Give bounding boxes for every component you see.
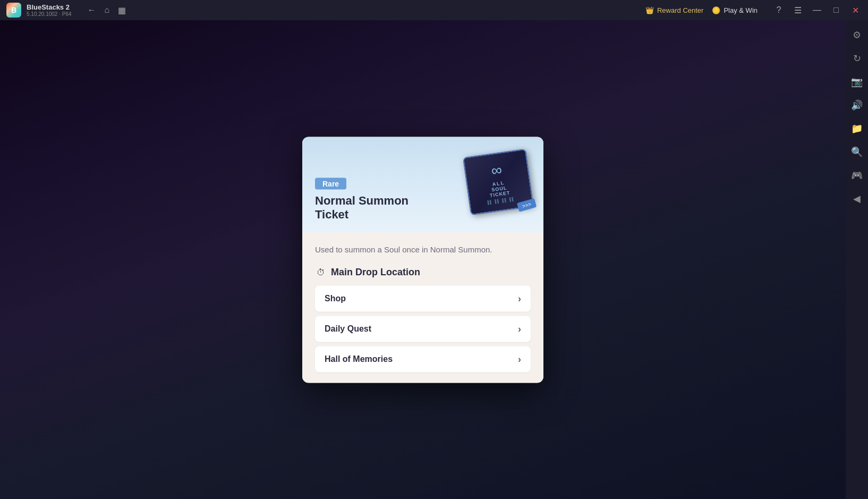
home-icon[interactable]: ⌂ (105, 5, 110, 15)
sidebar-icon-folder[interactable]: 📁 (847, 119, 866, 138)
titlebar-right: 👑 Reward Center 🪙 Play & Win ? ☰ — □ ✕ (645, 4, 862, 16)
ticket-visual: ∞ ALL SOUL TICKET ▐▌▐▌▐▌▐▌ >>> (463, 148, 534, 215)
reward-center-button[interactable]: 👑 Reward Center (645, 6, 703, 14)
titlebar-nav: ← ⌂ ▦ (88, 5, 126, 15)
coin-icon: 🪙 (712, 6, 720, 14)
timer-icon: ⏱ (315, 266, 327, 278)
app-title-group: BlueStacks 2 5.10.20.1002 · P64 (27, 3, 72, 17)
daily-quest-chevron-icon: › (518, 323, 521, 334)
location-item-hall-of-memories[interactable]: Hall of Memories › (315, 346, 531, 372)
sidebar-icon-volume[interactable]: 🔊 (847, 96, 866, 115)
bluestacks-logo: B (6, 3, 21, 18)
menu-button[interactable]: ☰ (792, 4, 804, 16)
back-icon[interactable]: ← (88, 5, 96, 15)
game-area: ∞ ALL SOUL TICKET ▐▌▐▌▐▌▐▌ >>> Rare Norm… (0, 20, 846, 499)
sidebar-icon-rotate[interactable]: ↻ (847, 49, 866, 68)
reward-center-label: Reward Center (657, 6, 703, 14)
modal-header: ∞ ALL SOUL TICKET ▐▌▐▌▐▌▐▌ >>> Rare Norm… (302, 137, 543, 232)
location-item-daily-quest[interactable]: Daily Quest › (315, 316, 531, 342)
sidebar-icon-settings[interactable]: ⚙ (847, 26, 866, 45)
daily-quest-label: Daily Quest (325, 324, 371, 334)
ticket-logo-icon: ∞ (490, 160, 503, 179)
minimize-button[interactable]: — (811, 4, 823, 16)
drop-location-title: Main Drop Location (331, 267, 420, 278)
modal-body: Used to summon a Soul once in Normal Sum… (302, 232, 543, 383)
item-description: Used to summon a Soul once in Normal Sum… (315, 243, 531, 256)
hall-of-memories-label: Hall of Memories (325, 354, 393, 364)
close-button[interactable]: ✕ (849, 4, 862, 16)
shop-label: Shop (325, 294, 346, 303)
hall-of-memories-chevron-icon: › (518, 353, 521, 365)
crown-icon: 👑 (645, 6, 654, 14)
titlebar: B BlueStacks 2 5.10.20.1002 · P64 ← ⌂ ▦ … (0, 0, 868, 20)
rarity-badge: Rare (315, 177, 346, 189)
app-name: BlueStacks 2 (27, 3, 72, 11)
sidebar-icon-expand[interactable]: ◀ (847, 189, 866, 208)
help-button[interactable]: ? (772, 4, 785, 16)
tabs-icon[interactable]: ▦ (118, 5, 126, 15)
window-controls: ? ☰ — □ ✕ (772, 4, 862, 16)
play-win-label: Play & Win (724, 6, 758, 14)
location-list: Shop › Daily Quest › Hall of Memories › (315, 285, 531, 372)
app-version: 5.10.20.1002 · P64 (27, 11, 72, 17)
ticket-image: ∞ ALL SOUL TICKET ▐▌▐▌▐▌▐▌ >>> (464, 147, 533, 216)
drop-location-header: ⏱ Main Drop Location (315, 266, 531, 278)
titlebar-left: B BlueStacks 2 5.10.20.1002 · P64 ← ⌂ ▦ (6, 3, 126, 18)
item-info-modal: ∞ ALL SOUL TICKET ▐▌▐▌▐▌▐▌ >>> Rare Norm… (302, 137, 543, 383)
ticket-arrow: >>> (517, 198, 537, 212)
sidebar-icon-gamepad[interactable]: 🎮 (847, 166, 866, 185)
play-win-button[interactable]: 🪙 Play & Win (712, 6, 758, 14)
maximize-button[interactable]: □ (830, 4, 843, 16)
sidebar-icon-search[interactable]: 🔍 (847, 142, 866, 162)
right-sidebar: ⚙ ↻ 📷 🔊 📁 🔍 🎮 ◀ (846, 20, 868, 499)
shop-chevron-icon: › (518, 293, 521, 304)
location-item-shop[interactable]: Shop › (315, 285, 531, 311)
sidebar-icon-camera[interactable]: 📷 (847, 72, 866, 91)
